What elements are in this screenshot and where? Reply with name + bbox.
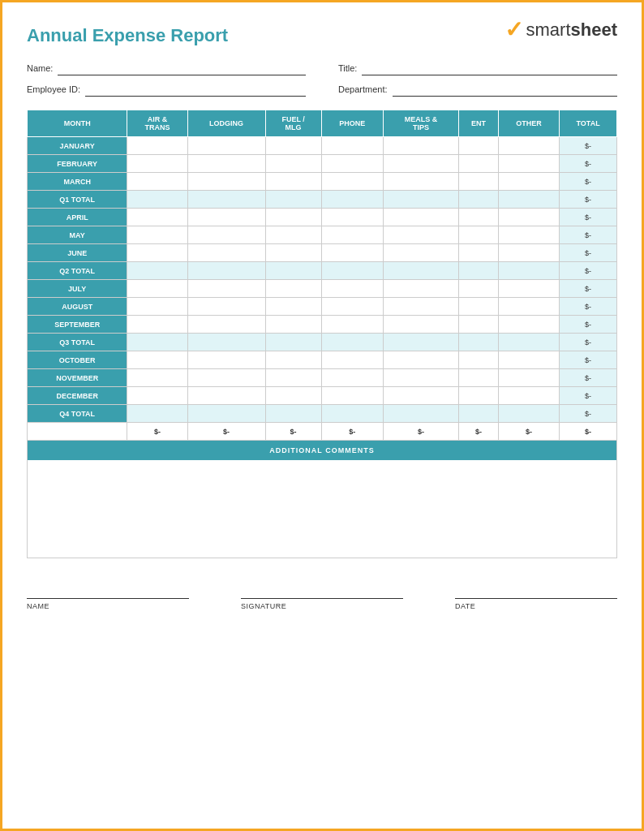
- cell-phone[interactable]: [321, 316, 383, 334]
- cell-fuel_mlg[interactable]: [265, 298, 321, 316]
- cell-other[interactable]: [498, 405, 559, 423]
- cell-fuel_mlg[interactable]: [265, 226, 321, 244]
- cell-fuel_mlg[interactable]: [265, 369, 321, 387]
- cell-meals_tips[interactable]: [384, 173, 459, 191]
- cell-air_trans[interactable]: [127, 226, 187, 244]
- cell-fuel_mlg[interactable]: [265, 155, 321, 173]
- cell-phone[interactable]: [321, 262, 383, 280]
- cell-fuel_mlg[interactable]: [265, 316, 321, 334]
- cell-other[interactable]: [498, 244, 559, 262]
- title-input[interactable]: [362, 61, 617, 75]
- cell-air_trans[interactable]: [127, 244, 187, 262]
- cell-lodging[interactable]: [187, 298, 265, 316]
- cell-phone[interactable]: [321, 191, 383, 209]
- cell-ent[interactable]: [458, 334, 498, 351]
- cell-phone[interactable]: [321, 226, 383, 244]
- cell-other[interactable]: [498, 387, 559, 405]
- cell-air_trans[interactable]: [127, 387, 187, 405]
- cell-fuel_mlg[interactable]: [265, 244, 321, 262]
- cell-meals_tips[interactable]: [384, 209, 459, 226]
- cell-phone[interactable]: [321, 137, 383, 155]
- cell-meals_tips[interactable]: [384, 387, 459, 405]
- cell-phone[interactable]: [321, 334, 383, 351]
- cell-phone[interactable]: [321, 280, 383, 298]
- cell-lodging[interactable]: [187, 226, 265, 244]
- cell-lodging[interactable]: [187, 280, 265, 298]
- cell-ent[interactable]: [458, 226, 498, 244]
- cell-phone[interactable]: [321, 369, 383, 387]
- cell-phone[interactable]: [321, 173, 383, 191]
- cell-meals_tips[interactable]: [384, 280, 459, 298]
- cell-lodging[interactable]: [187, 334, 265, 351]
- cell-other[interactable]: [498, 262, 559, 280]
- cell-ent[interactable]: [458, 405, 498, 423]
- cell-air_trans[interactable]: [127, 298, 187, 316]
- cell-other[interactable]: [498, 280, 559, 298]
- cell-other[interactable]: [498, 298, 559, 316]
- cell-lodging[interactable]: [187, 387, 265, 405]
- cell-meals_tips[interactable]: [384, 351, 459, 369]
- cell-lodging[interactable]: [187, 405, 265, 423]
- cell-other[interactable]: [498, 173, 559, 191]
- cell-ent[interactable]: [458, 155, 498, 173]
- cell-other[interactable]: [498, 209, 559, 226]
- cell-meals_tips[interactable]: [384, 334, 459, 351]
- cell-lodging[interactable]: [187, 191, 265, 209]
- cell-fuel_mlg[interactable]: [265, 262, 321, 280]
- cell-meals_tips[interactable]: [384, 155, 459, 173]
- cell-lodging[interactable]: [187, 155, 265, 173]
- cell-air_trans[interactable]: [127, 280, 187, 298]
- cell-ent[interactable]: [458, 298, 498, 316]
- cell-lodging[interactable]: [187, 209, 265, 226]
- cell-ent[interactable]: [458, 262, 498, 280]
- employee-id-input[interactable]: [85, 82, 306, 97]
- cell-ent[interactable]: [458, 369, 498, 387]
- cell-other[interactable]: [498, 316, 559, 334]
- cell-fuel_mlg[interactable]: [265, 351, 321, 369]
- cell-ent[interactable]: [458, 351, 498, 369]
- cell-air_trans[interactable]: [127, 316, 187, 334]
- cell-air_trans[interactable]: [127, 405, 187, 423]
- name-input[interactable]: [58, 61, 306, 75]
- cell-phone[interactable]: [321, 209, 383, 226]
- cell-phone[interactable]: [321, 387, 383, 405]
- cell-lodging[interactable]: [187, 369, 265, 387]
- cell-meals_tips[interactable]: [384, 137, 459, 155]
- cell-lodging[interactable]: [187, 262, 265, 280]
- cell-ent[interactable]: [458, 137, 498, 155]
- cell-other[interactable]: [498, 191, 559, 209]
- cell-lodging[interactable]: [187, 316, 265, 334]
- cell-fuel_mlg[interactable]: [265, 173, 321, 191]
- cell-air_trans[interactable]: [127, 173, 187, 191]
- cell-fuel_mlg[interactable]: [265, 191, 321, 209]
- cell-meals_tips[interactable]: [384, 191, 459, 209]
- cell-lodging[interactable]: [187, 244, 265, 262]
- cell-meals_tips[interactable]: [384, 369, 459, 387]
- cell-lodging[interactable]: [187, 137, 265, 155]
- cell-fuel_mlg[interactable]: [265, 334, 321, 351]
- cell-air_trans[interactable]: [127, 369, 187, 387]
- cell-air_trans[interactable]: [127, 137, 187, 155]
- cell-other[interactable]: [498, 334, 559, 351]
- comments-body[interactable]: [28, 460, 616, 558]
- cell-air_trans[interactable]: [127, 155, 187, 173]
- cell-phone[interactable]: [321, 155, 383, 173]
- cell-meals_tips[interactable]: [384, 298, 459, 316]
- cell-ent[interactable]: [458, 316, 498, 334]
- cell-ent[interactable]: [458, 280, 498, 298]
- cell-phone[interactable]: [321, 351, 383, 369]
- cell-other[interactable]: [498, 369, 559, 387]
- cell-phone[interactable]: [321, 405, 383, 423]
- cell-meals_tips[interactable]: [384, 262, 459, 280]
- cell-ent[interactable]: [458, 191, 498, 209]
- cell-other[interactable]: [498, 137, 559, 155]
- cell-meals_tips[interactable]: [384, 316, 459, 334]
- cell-other[interactable]: [498, 155, 559, 173]
- cell-ent[interactable]: [458, 244, 498, 262]
- cell-fuel_mlg[interactable]: [265, 387, 321, 405]
- cell-air_trans[interactable]: [127, 191, 187, 209]
- cell-ent[interactable]: [458, 173, 498, 191]
- cell-air_trans[interactable]: [127, 334, 187, 351]
- cell-lodging[interactable]: [187, 351, 265, 369]
- cell-ent[interactable]: [458, 387, 498, 405]
